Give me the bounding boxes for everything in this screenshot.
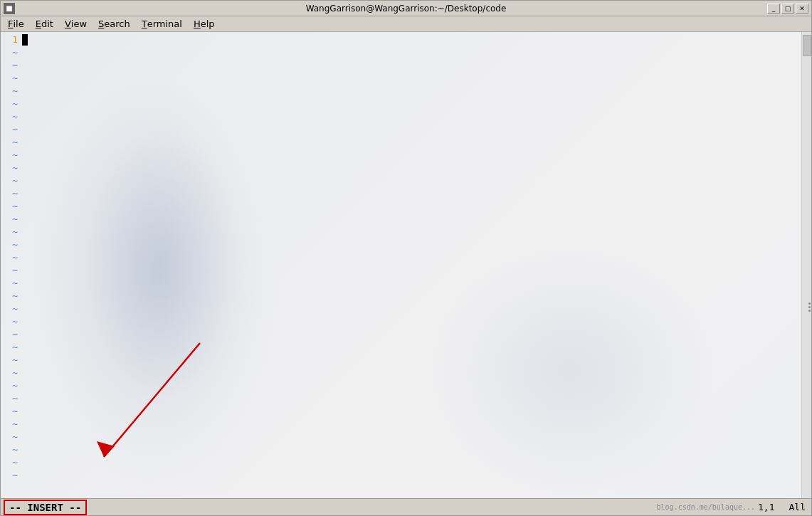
tilde-line-9: ~: [1, 136, 22, 149]
tilde-line-5: ~: [1, 85, 22, 98]
tilde-line-22: ~: [1, 302, 22, 315]
line-number-1: 1: [1, 33, 22, 46]
maximize-button[interactable]: □: [781, 4, 794, 14]
editor-content[interactable]: [22, 32, 801, 498]
tilde-line-18: ~: [1, 251, 22, 264]
editor-container[interactable]: 1 ~ ~ ~ ~ ~ ~ ~ ~ ~ ~ ~ ~ ~ ~ ~ ~ ~ ~ ~: [1, 32, 811, 515]
window-title: WangGarrison@WangGarrison:~/Desktop/code: [306, 4, 507, 14]
title-bar: ■ WangGarrison@WangGarrison:~/Desktop/co…: [1, 1, 811, 16]
menu-bar: File Edit View Search Terminal Help: [1, 16, 811, 32]
tilde-line-29: ~: [1, 392, 22, 405]
tilde-line-13: ~: [1, 187, 22, 200]
tilde-line-28: ~: [1, 379, 22, 392]
tilde-line-8: ~: [1, 123, 22, 136]
menu-help[interactable]: Help: [188, 17, 221, 31]
tilde-line-32: ~: [1, 431, 22, 443]
editor-main[interactable]: 1 ~ ~ ~ ~ ~ ~ ~ ~ ~ ~ ~ ~ ~ ~ ~ ~ ~ ~ ~: [1, 32, 811, 498]
watermark-text: blog.csdn.me/bulaque...: [657, 503, 758, 511]
tilde-line-12: ~: [1, 174, 22, 187]
tilde-line-35: ~: [1, 469, 22, 482]
app-icon: ■: [4, 3, 15, 14]
menu-file[interactable]: File: [2, 17, 30, 31]
line-numbers: 1 ~ ~ ~ ~ ~ ~ ~ ~ ~ ~ ~ ~ ~ ~ ~ ~ ~ ~ ~: [1, 32, 22, 498]
window-controls: _ □ ✕: [767, 4, 808, 14]
close-button[interactable]: ✕: [796, 4, 808, 14]
title-bar-left: ■: [4, 3, 15, 14]
tilde-line-33: ~: [1, 443, 22, 456]
tilde-line-31: ~: [1, 418, 22, 431]
menu-edit[interactable]: Edit: [30, 17, 59, 31]
tilde-line-26: ~: [1, 354, 22, 367]
cursor-position: 1,1: [758, 502, 789, 512]
tilde-line-2: ~: [1, 46, 22, 59]
tilde-line-23: ~: [1, 315, 22, 328]
tilde-line-10: ~: [1, 149, 22, 162]
tilde-line-16: ~: [1, 226, 22, 238]
scrollbar-thumb[interactable]: [803, 35, 811, 56]
scrollbar[interactable]: [801, 32, 811, 498]
tilde-line-20: ~: [1, 277, 22, 290]
scroll-percentage: All: [789, 502, 811, 512]
tilde-line-19: ~: [1, 264, 22, 277]
tilde-line-24: ~: [1, 328, 22, 341]
tilde-line-4: ~: [1, 72, 22, 85]
tilde-line-30: ~: [1, 405, 22, 418]
tilde-line-6: ~: [1, 98, 22, 110]
status-bar: -- INSERT -- blog.csdn.me/bulaque... 1,1…: [1, 498, 811, 515]
tilde-line-27: ~: [1, 367, 22, 379]
tilde-line-34: ~: [1, 456, 22, 469]
tilde-line-17: ~: [1, 238, 22, 251]
tilde-line-21: ~: [1, 290, 22, 302]
menu-view[interactable]: View: [59, 17, 93, 31]
scrollbar-menu-dot-3: [808, 310, 811, 312]
tilde-line-25: ~: [1, 341, 22, 354]
tilde-line-7: ~: [1, 110, 22, 123]
main-window: ■ WangGarrison@WangGarrison:~/Desktop/co…: [0, 0, 812, 516]
scrollbar-menu-dot-2: [808, 306, 811, 308]
menu-search[interactable]: Search: [93, 17, 136, 31]
minimize-button[interactable]: _: [767, 4, 780, 14]
tilde-line-11: ~: [1, 162, 22, 174]
editor-line-1: [22, 33, 801, 46]
insert-mode-indicator: -- INSERT --: [4, 500, 87, 515]
tilde-line-3: ~: [1, 59, 22, 72]
tilde-line-14: ~: [1, 200, 22, 213]
menu-terminal[interactable]: Terminal: [136, 17, 188, 31]
text-cursor: [22, 34, 28, 46]
scrollbar-menu-dot-1: [808, 302, 811, 305]
tilde-line-15: ~: [1, 213, 22, 226]
